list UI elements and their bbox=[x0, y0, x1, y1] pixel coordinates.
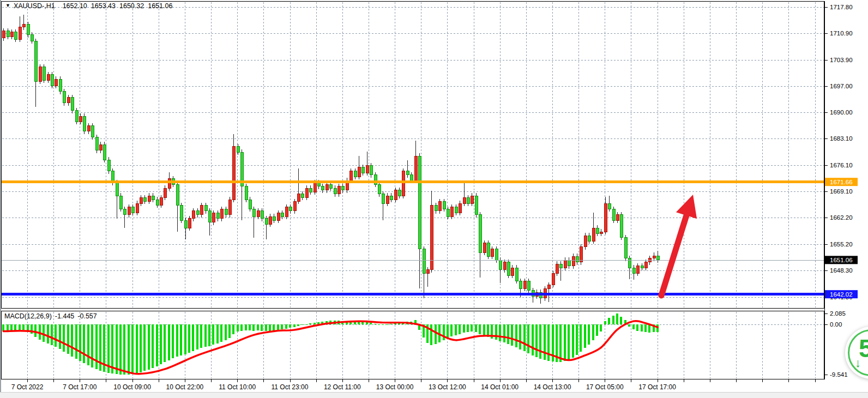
status-strip bbox=[0, 392, 868, 398]
ohlc-low: 1650.32 bbox=[119, 2, 144, 10]
time-axis-label: 13 Oct 12:00 bbox=[429, 383, 466, 391]
price-axis-label: 1703.90 bbox=[830, 57, 853, 63]
macd-main-value: -1.445 bbox=[55, 312, 74, 320]
time-axis-label: 14 Oct 01:00 bbox=[481, 383, 519, 391]
price-axis-label: 1662.20 bbox=[830, 214, 853, 221]
svg-text:1651.06: 1651.06 bbox=[830, 257, 853, 263]
ohlc-close: 1651.06 bbox=[148, 2, 172, 10]
time-axis-label: 13 Oct 00:00 bbox=[376, 383, 414, 391]
time-axis-label: 12 Oct 11:00 bbox=[324, 383, 361, 391]
time-axis-label: 7 Oct 2022 bbox=[11, 383, 44, 391]
macd-axis-label: 2.085 bbox=[830, 310, 846, 317]
price-axis-label: 1717.80 bbox=[830, 4, 853, 10]
time-axis-label: 7 Oct 17:00 bbox=[63, 383, 97, 391]
time-axis: 7 Oct 20227 Oct 17:0010 Oct 09:0010 Oct … bbox=[11, 379, 816, 391]
svg-text:1642.02: 1642.02 bbox=[830, 291, 853, 298]
ohlc-high: 1653.43 bbox=[91, 2, 116, 10]
price-axis-label: 1669.10 bbox=[830, 188, 853, 195]
time-axis-label: 11 Oct 10:00 bbox=[219, 383, 256, 391]
price-axis: 1717.801710.901703.901697.001690.001683.… bbox=[825, 4, 858, 300]
support-line bbox=[2, 293, 824, 296]
price-axis-label: 1655.20 bbox=[830, 241, 853, 248]
current-price-badge: 1651.06 bbox=[825, 256, 858, 264]
price-axis-label: 1710.90 bbox=[830, 30, 853, 37]
time-axis-label: 14 Oct 13:00 bbox=[534, 383, 571, 391]
price-axis-label: 1676.10 bbox=[830, 162, 853, 168]
macd-name: MACD(12,26,9) bbox=[4, 312, 52, 320]
time-axis-label: 11 Oct 23:00 bbox=[272, 383, 309, 391]
resistance-level-badge: 1671.66 bbox=[825, 178, 858, 186]
chart-header: ▼ XAUUSD-,H1 1652.10 1653.43 1650.32 165… bbox=[5, 2, 176, 10]
time-axis-label: 17 Oct 17:00 bbox=[638, 383, 676, 391]
resistance-line bbox=[2, 180, 824, 183]
support-level-badge: 1642.02 bbox=[825, 290, 858, 298]
price-axis-label: 1683.10 bbox=[830, 135, 853, 142]
price-axis-label: 1648.30 bbox=[830, 267, 853, 274]
scroll-down-icon: ↓ bbox=[855, 357, 861, 369]
time-axis-label: 17 Oct 05:00 bbox=[586, 383, 624, 391]
price-axis-label: 1690.00 bbox=[830, 109, 853, 116]
symbol-dropdown-icon[interactable]: ▼ bbox=[5, 3, 10, 8]
chart-canvas[interactable]: 1717.801710.901703.901697.001690.001683.… bbox=[0, 0, 868, 398]
macd-signal-value: -0.557 bbox=[77, 312, 97, 320]
ohlc-open: 1652.10 bbox=[63, 2, 87, 10]
macd-axis-label: 0.00 bbox=[830, 321, 842, 328]
macd-indicator-label: MACD(12,26,9) -1.445 -0.557 bbox=[4, 312, 100, 320]
time-axis-label: 10 Oct 09:00 bbox=[113, 383, 151, 391]
macd-axis-label: -9.541 bbox=[830, 371, 848, 378]
symbol-timeframe-label: XAUUSD-,H1 bbox=[14, 2, 55, 10]
time-axis-label: 10 Oct 22:00 bbox=[166, 383, 204, 391]
svg-text:1671.66: 1671.66 bbox=[830, 179, 853, 185]
price-axis-label: 1697.00 bbox=[830, 83, 853, 89]
macd-axis: 2.0850.00-9.541 bbox=[825, 310, 848, 378]
